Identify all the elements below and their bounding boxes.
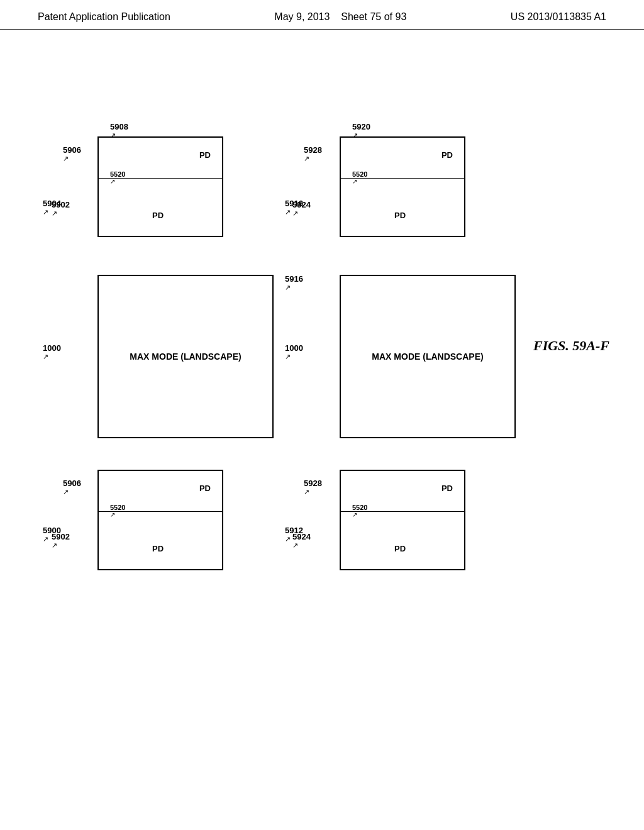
- label-5924-tr: 5924 ↗: [292, 201, 311, 217]
- bottom-right-pd-bot: PD: [394, 544, 406, 553]
- label-5928-tr: 5928 ↗: [304, 146, 322, 162]
- middle-right-text: MAX MODE (LANDSCAPE): [358, 351, 497, 362]
- label-5520-tl: 5520 ↗: [110, 170, 125, 185]
- middle-left-text: MAX MODE (LANDSCAPE): [116, 351, 255, 362]
- top-left-pd-top: PD: [199, 150, 211, 160]
- label-5906-tl: 5906 ↗: [63, 146, 81, 162]
- bottom-right-box: PD 5520 ↗ PD: [340, 470, 465, 570]
- bottom-right-pd-top: PD: [441, 484, 453, 493]
- middle-right-box: MAX MODE (LANDSCAPE): [340, 275, 516, 438]
- label-5520-bl: 5520 ↗: [110, 504, 125, 518]
- bottom-left-pd-top: PD: [199, 484, 211, 493]
- label-5906-bl: 5906 ↗: [63, 479, 81, 495]
- label-5902-bl: 5902 ↗: [52, 533, 70, 549]
- top-right-pd-top: PD: [441, 150, 453, 160]
- bottom-left-box: PD 5520 ↗ PD: [97, 470, 223, 570]
- main-content: 5904 ↗ 5908 ↗ PD 5520 ↗ PD 5906 ↗ 5902 ↗…: [0, 30, 644, 825]
- label-5928-br: 5928 ↗: [304, 479, 322, 495]
- label-5924-br: 5924 ↗: [292, 533, 311, 549]
- top-right-box: PD 5520 ↗ PD: [340, 136, 465, 237]
- middle-left-box: MAX MODE (LANDSCAPE): [97, 275, 274, 438]
- header-center: May 9, 2013 Sheet 75 of 93: [274, 11, 406, 23]
- top-left-box: PD 5520 ↗ PD: [97, 136, 223, 237]
- page-header: Patent Application Publication May 9, 20…: [0, 0, 644, 30]
- label-5520-tr: 5520 ↗: [352, 170, 367, 185]
- figure-label: FIGS. 59A-F: [533, 338, 609, 354]
- label-5916-mr: 5916 ↗: [285, 275, 303, 291]
- bottom-left-pd-bot: PD: [152, 544, 164, 553]
- header-right: US 2013/0113835 A1: [511, 11, 606, 23]
- top-left-pd-bot: PD: [152, 211, 164, 220]
- label-5520-br: 5520 ↗: [352, 504, 367, 518]
- label-1000-mr: 1000 ↗: [285, 344, 303, 360]
- header-left: Patent Application Publication: [38, 11, 170, 23]
- label-1000-ml: 1000 ↗: [43, 344, 61, 360]
- label-5902-tl: 5902 ↗: [52, 201, 70, 217]
- top-right-pd-bot: PD: [394, 211, 406, 220]
